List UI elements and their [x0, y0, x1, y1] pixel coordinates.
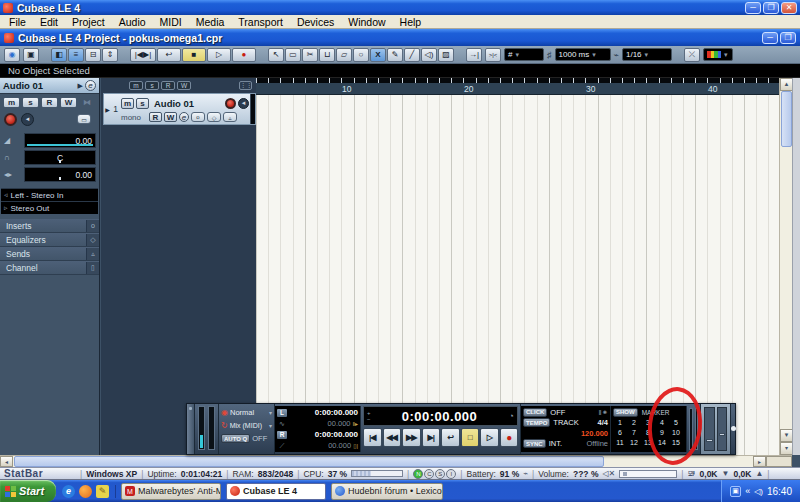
click-row[interactable]: CLICK OFF ‖⁕	[523, 407, 608, 418]
track-solo-button[interactable]: s	[136, 98, 149, 109]
clock-icon[interactable]: ◔	[509, 411, 514, 421]
goto-locators-button[interactable]: |◀▶|	[130, 48, 156, 62]
output-routing-field[interactable]: ▹Stereo Out	[1, 201, 98, 214]
inserts-state-button[interactable]: o	[191, 112, 205, 122]
auto-q-badge[interactable]: AUTO Q	[221, 434, 250, 443]
restore-button[interactable]: ❐	[763, 2, 779, 14]
taskbar-item-browser[interactable]: Hudební fórum • Lexicon ...	[331, 483, 443, 500]
menu-item[interactable]: Devices	[290, 16, 341, 28]
right-locator[interactable]: R 0:00:00.000	[277, 429, 358, 440]
scroll-right-icon[interactable]: ▸	[753, 456, 766, 467]
marker-button[interactable]: 2	[627, 417, 641, 427]
show-markers-button[interactable]: SHOW	[613, 408, 638, 417]
tray-volume-icon[interactable]: ◁)	[754, 487, 763, 496]
record-button[interactable]: ●	[232, 48, 256, 62]
track-read-button[interactable]: R	[149, 112, 162, 122]
primary-time-display[interactable]: +− 0:00:00.000 ◔	[363, 406, 518, 426]
volume-slider[interactable]	[619, 470, 677, 478]
auto-quantize-row[interactable]: AUTO Q OFF	[221, 432, 272, 445]
menu-item[interactable]: Window	[341, 16, 392, 28]
crossfade-tools-button[interactable]: ⤫	[684, 48, 700, 62]
scrub-tool-button[interactable]: ◁)	[421, 48, 437, 62]
punch-in-icon[interactable]: ‖▸	[353, 420, 359, 427]
read-automation-button[interactable]: R	[41, 97, 58, 108]
draw-tool-button[interactable]: ✎	[387, 48, 403, 62]
timebase-button[interactable]: ▭	[77, 114, 91, 124]
taskbar-item-malwarebytes[interactable]: M Malwarebytes' Anti-Malw...	[121, 483, 221, 500]
write-automation-button[interactable]: W	[60, 97, 77, 108]
time-signature-value[interactable]: 4/4	[598, 418, 608, 427]
split-tool-button[interactable]: ✂	[302, 48, 318, 62]
marker-button[interactable]: 7	[627, 427, 641, 437]
track-row[interactable]: ▶ 1 m s Audio 01 ◂ mono R W e o ◇ ▵	[103, 93, 256, 125]
menu-item[interactable]: Edit	[33, 16, 65, 28]
track-list-grip[interactable]: ⋮⋮	[239, 81, 252, 90]
tray-app-icon[interactable]: ▣	[730, 486, 741, 497]
goto-end-button[interactable]: ▶|	[422, 428, 441, 447]
track-mute-button[interactable]: m	[121, 98, 134, 109]
play-button[interactable]: ▷	[207, 48, 231, 62]
record-button[interactable]: ●	[500, 428, 519, 447]
project-grid[interactable]	[256, 95, 779, 455]
color-palette-dropdown[interactable]: ▾	[703, 48, 733, 61]
input-routing-field[interactable]: ◃Left - Stereo In	[1, 188, 98, 201]
show-inspector-button[interactable]: ◧	[51, 48, 67, 62]
minimize-button[interactable]: ─	[745, 2, 761, 14]
show-overview-button[interactable]: ▣	[23, 48, 39, 62]
fader-handle[interactable]	[706, 439, 713, 442]
punch-out-icon[interactable]: ▯|	[353, 442, 358, 449]
global-write-button[interactable]: W	[177, 81, 191, 90]
stop-button[interactable]: ■	[182, 48, 206, 62]
track-edit-button[interactable]: e	[179, 112, 189, 122]
track-name[interactable]: Audio 01	[154, 98, 194, 109]
close-button[interactable]: ✕	[781, 2, 797, 14]
erase-tool-button[interactable]: ▱	[336, 48, 352, 62]
inspector-track-header[interactable]: Audio 01 ▶ e	[0, 78, 99, 94]
menu-item[interactable]: Media	[189, 16, 232, 28]
pan-field[interactable]: C	[24, 150, 96, 165]
track-monitor-button[interactable]: ◂	[238, 98, 249, 109]
cycle-button[interactable]: ↩	[441, 428, 460, 447]
show-event-infoline-button[interactable]: ⊟	[85, 48, 101, 62]
eq-state-button[interactable]: ◇	[207, 112, 221, 122]
record-mode-dropdown[interactable]: ◉ Normal ▾	[221, 406, 272, 419]
marker-button[interactable]: 12	[627, 437, 641, 447]
post-roll[interactable]: ⟋ 00.000 ▯|	[277, 440, 358, 451]
glue-tool-button[interactable]: ⊔	[319, 48, 335, 62]
goto-start-button[interactable]: |◀	[363, 428, 382, 447]
inspector-section-channel[interactable]: Channel▯	[0, 261, 99, 275]
activate-project-button[interactable]: ◉	[4, 48, 20, 62]
monitor-button[interactable]: ◂	[21, 113, 34, 126]
menu-item[interactable]: Project	[65, 16, 112, 28]
horizontal-scroll-thumb[interactable]	[14, 456, 604, 467]
vertical-scrollbar[interactable]: ▲ ▼ ▾	[779, 78, 792, 455]
track-height-button[interactable]: ⇕	[102, 48, 118, 62]
select-tool-button[interactable]: ↖	[268, 48, 284, 62]
global-solo-button[interactable]: s	[145, 81, 159, 90]
fader-handle[interactable]	[719, 433, 726, 436]
collapse-tray-icon[interactable]: «	[745, 486, 750, 496]
grid-type-dropdown[interactable]: #▾	[504, 48, 544, 61]
global-mute-button[interactable]: m	[129, 81, 143, 90]
edit-channel-button[interactable]: e	[85, 80, 96, 91]
sync-row[interactable]: SYNC INT. Offline	[523, 439, 608, 450]
autofade-icon[interactable]: ⧓	[83, 98, 91, 107]
pre-roll[interactable]: ∿ 00.000 ‖▸	[277, 418, 358, 429]
tempo-value-row[interactable]: 120.000	[523, 428, 608, 439]
mute-tool-button[interactable]: X	[370, 48, 386, 62]
line-tool-button[interactable]: ╱	[404, 48, 420, 62]
tempo-row[interactable]: TEMPO TRACK 4/4	[523, 418, 608, 429]
sends-state-button[interactable]: ▵	[223, 112, 237, 122]
forward-button[interactable]: ▶▶	[402, 428, 421, 447]
inspector-section-equalizers[interactable]: Equalizers◇	[0, 233, 99, 247]
project-maximize-button[interactable]: ❐	[780, 32, 796, 44]
midi-record-mode-dropdown[interactable]: ↻ Mix (MIDI) ▾	[221, 419, 272, 432]
rewind-button[interactable]: ◀◀	[383, 428, 402, 447]
quantize-dropdown[interactable]: 1/16▾	[622, 48, 672, 61]
autoscroll-button[interactable]: →|	[466, 48, 482, 62]
marker-button[interactable]: 1	[613, 417, 627, 427]
volume-slider-thumb[interactable]	[623, 472, 627, 476]
inspector-section-inserts[interactable]: Insertso	[0, 219, 99, 233]
project-minimize-button[interactable]: ─	[762, 32, 778, 44]
menu-item[interactable]: Audio	[112, 16, 153, 28]
